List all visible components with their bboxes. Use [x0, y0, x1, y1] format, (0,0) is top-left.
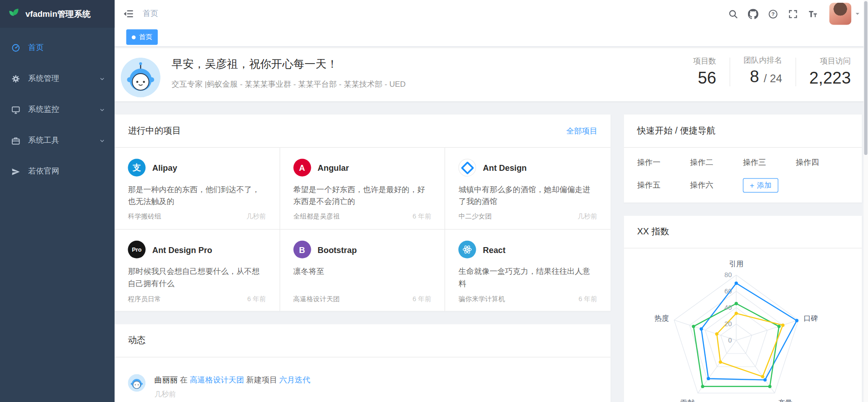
svg-text:60: 60 — [724, 288, 732, 295]
project-group-link[interactable]: 科学搬砖组 — [128, 212, 161, 222]
sidebar-item-label: 系统监控 — [28, 104, 59, 114]
app-logo[interactable]: vfadmin管理系统 — [0, 0, 115, 28]
app-title: vfadmin管理系统 — [25, 9, 90, 19]
activity-user-link[interactable]: 曲丽丽 — [155, 375, 178, 384]
sidebar-toggle-icon[interactable] — [123, 8, 134, 19]
monitor-icon — [11, 105, 20, 114]
activity-card: 动态 曲丽丽 在 高逼格设计天团 新建项目 六月迭代 几秒前 — [115, 324, 610, 402]
stat-label: 团队内排名 — [743, 55, 782, 65]
project-name[interactable]: Ant Design — [483, 163, 527, 173]
project-name[interactable]: Angular — [318, 163, 349, 173]
project-card-alipay[interactable]: 支 Alipay 那是一种内在的东西，他们到达不了，也无法触及的 科学搬砖组 几… — [115, 148, 280, 229]
avatar-dropdown[interactable] — [829, 3, 860, 25]
projects-card: 进行中的项目 全部项目 支 Alipay 那是一种内在的东西，他们到达不了，也无… — [115, 114, 610, 311]
gear-icon — [11, 74, 20, 84]
sidebar-item-system-tools[interactable]: 系统工具 — [0, 125, 115, 156]
breadcrumb[interactable]: 首页 — [143, 9, 158, 19]
github-icon[interactable] — [745, 5, 761, 23]
tags-view-bar: 首页 — [115, 28, 868, 47]
stat-suffix: / 24 — [763, 73, 782, 85]
svg-text:0: 0 — [728, 337, 732, 344]
quick-link-4[interactable]: 操作四 — [796, 158, 848, 168]
project-group-link[interactable]: 中二少女团 — [459, 212, 492, 222]
fullscreen-icon[interactable] — [785, 5, 800, 23]
project-name[interactable]: React — [483, 245, 506, 254]
svg-text:80: 80 — [724, 271, 732, 278]
navbar-actions: ? — [725, 3, 868, 25]
sidebar-item-system-monitor[interactable]: 系统监控 — [0, 94, 115, 125]
stat-project-visits: 项目访问 2,223 — [809, 56, 851, 88]
add-quick-link-button[interactable]: + 添加 — [743, 178, 778, 193]
quick-nav-grid: 操作一 操作二 操作三 操作四 操作五 操作六 + 添加 — [624, 148, 862, 193]
dashboard-icon — [11, 43, 20, 52]
sidebar-menu: 首页 系统管理 — [0, 28, 115, 187]
caret-down-icon — [855, 11, 860, 16]
sidebar-item-label: 系统工具 — [28, 135, 59, 145]
tag-label: 首页 — [139, 32, 152, 42]
stat-label: 项目数 — [693, 56, 716, 66]
sidebar-item-label: 首页 — [28, 43, 44, 53]
stat-value: 56 — [693, 68, 716, 88]
project-card-bootstrap[interactable]: B Bootstrap 凛冬将至 高逼格设计天团 6 年前 — [280, 230, 445, 311]
svg-text:40: 40 — [724, 304, 732, 311]
stat-label: 项目访问 — [809, 56, 851, 66]
chevron-down-icon — [99, 137, 106, 144]
plus-icon: + — [750, 182, 754, 189]
project-card-angular[interactable]: A Angular 希望是一个好东西，也许是最好的，好东西是不会消亡的 全组都是… — [280, 148, 445, 229]
mascot-avatar — [121, 58, 161, 98]
search-icon[interactable] — [725, 5, 741, 23]
project-group-link[interactable]: 高逼格设计天团 — [293, 294, 339, 304]
project-name[interactable]: Ant Design Pro — [152, 245, 212, 254]
paper-plane-icon — [11, 167, 20, 176]
bootstrap-logo: B — [293, 241, 311, 258]
svg-text:?: ? — [771, 11, 774, 17]
activity-project-link[interactable]: 六月迭代 — [279, 375, 310, 384]
top-navbar: 首页 ? — [115, 0, 868, 28]
scrollbar-thumb[interactable] — [864, 1, 867, 155]
stat-project-count: 项目数 56 — [693, 56, 716, 88]
quick-nav-title: 快速开始 / 便捷导航 — [637, 125, 715, 137]
tag-active-dot — [132, 35, 136, 39]
project-description: 那是一种内在的东西，他们到达不了，也无法触及的 — [128, 183, 266, 208]
activity-item: 曲丽丽 在 高逼格设计天团 新建项目 六月迭代 几秒前 — [115, 357, 610, 400]
all-projects-link[interactable]: 全部项目 — [566, 126, 597, 136]
project-card-react[interactable]: React 生命就像一盒巧克力，结果往往出人意料 骗你来学计算机 6 年前 — [445, 230, 611, 311]
sidebar-item-system-management[interactable]: 系统管理 — [0, 63, 115, 94]
project-updated-time: 6 年前 — [247, 294, 266, 304]
project-updated-time: 6 年前 — [413, 294, 431, 304]
activity-title: 动态 — [128, 335, 145, 347]
project-name[interactable]: Bootstrap — [318, 245, 357, 254]
project-group-link[interactable]: 程序员日常 — [128, 294, 161, 304]
quick-link-3[interactable]: 操作三 — [743, 158, 796, 168]
project-group-link[interactable]: 全组都是吴彦祖 — [293, 212, 339, 222]
quick-link-2[interactable]: 操作二 — [690, 158, 743, 168]
quick-link-6[interactable]: 操作六 — [690, 180, 743, 193]
project-card-ant-design[interactable]: Ant Design 城镇中有那么多的酒馆，她却偏偏走进了我的酒馆 中二少女团 … — [445, 148, 611, 229]
project-name[interactable]: Alipay — [152, 163, 177, 173]
help-icon[interactable]: ? — [765, 5, 780, 23]
index-card-header: XX 指数 — [624, 216, 862, 248]
quick-link-1[interactable]: 操作一 — [637, 158, 690, 168]
quick-link-5[interactable]: 操作五 — [637, 180, 690, 193]
index-card-title: XX 指数 — [637, 226, 669, 238]
activity-text: 曲丽丽 在 高逼格设计天团 新建项目 六月迭代 — [155, 374, 310, 385]
sidebar: vfadmin管理系统 首页 — [0, 0, 115, 402]
tag-home[interactable]: 首页 — [126, 30, 158, 45]
project-group-link[interactable]: 骗你来学计算机 — [459, 294, 505, 304]
sidebar-item-home[interactable]: 首页 — [0, 32, 115, 63]
stat-value: 8 / 24 — [743, 67, 782, 89]
stat-team-rank: 团队内排名 8 / 24 — [743, 55, 782, 89]
font-size-icon[interactable] — [805, 5, 820, 23]
project-description: 凛冬将至 — [293, 265, 431, 277]
toolbox-icon — [11, 136, 20, 145]
project-description: 那时候我只会想自己想要什么，从不想自己拥有什么 — [128, 265, 266, 289]
stat-value: 2,223 — [809, 68, 851, 88]
welcome-panel: 早安，吴彦祖，祝你开心每一天！ 交互专家 |蚂蚁金服 - 某某某事业群 - 某某… — [115, 46, 868, 101]
project-description: 生命就像一盒巧克力，结果往往出人意料 — [459, 265, 597, 289]
project-card-ant-design-pro[interactable]: Pro Ant Design Pro 那时候我只会想自己想要什么，从不想自己拥有… — [115, 230, 280, 311]
svg-text:产量: 产量 — [778, 399, 793, 402]
react-logo — [459, 241, 476, 258]
activity-group-link[interactable]: 高逼格设计天团 — [190, 375, 244, 384]
sidebar-item-ruoyi-website[interactable]: 若依官网 — [0, 156, 115, 187]
user-role-text: 交互专家 |蚂蚁金服 - 某某某事业群 - 某某平台部 - 某某技术部 - UE… — [172, 79, 406, 89]
